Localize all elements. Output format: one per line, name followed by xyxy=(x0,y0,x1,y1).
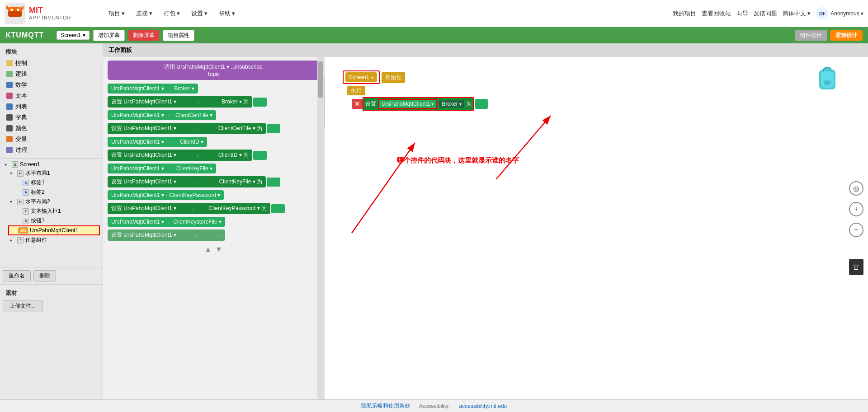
zoom-out-button[interactable]: − xyxy=(849,223,863,237)
module-math[interactable]: 数学 xyxy=(3,80,100,90)
accessibility-link[interactable]: accessibility.mit.edu xyxy=(459,403,507,409)
module-dict[interactable]: 字典 xyxy=(3,112,100,123)
module-label-color: 颜色 xyxy=(15,124,27,132)
module-procedure[interactable]: 过程 xyxy=(3,145,100,155)
tree-item-textbox1[interactable]: ▸ T 文本输入框1 xyxy=(14,206,100,216)
mqtt-icon: URS xyxy=(18,227,28,234)
tree-toggle-layout1[interactable]: ▾ xyxy=(10,171,15,176)
tree-label-button1: 按钮1 xyxy=(31,217,45,225)
screen1-icon: S xyxy=(12,161,18,168)
modules-panel: 模块 控制 逻辑 数学 文本 xyxy=(0,43,103,159)
privacy-link[interactable]: 隐私策略和使用条款 xyxy=(361,402,410,410)
tree-item-button1[interactable]: ▸ B 按钮1 xyxy=(14,216,100,225)
keypwd-get-block[interactable]: UrsPahoMqttClient1 ▾ · ClientKeyPassword… xyxy=(108,190,224,200)
sidebar: 模块 控制 逻辑 数学 文本 xyxy=(0,43,103,399)
module-color-math xyxy=(6,82,13,88)
screen1-block-highlighted[interactable]: Screen1 ▾ xyxy=(343,70,380,84)
keypwd-set-block[interactable]: 设置 UrsPahoMqttClient1 ▾ · ClientKeyPassw… xyxy=(108,203,270,214)
target-tool-button[interactable]: ◎ xyxy=(849,181,863,196)
certfile-get-block[interactable]: UrsPahoMqttClient1 ▾ · ClientCertFile ▾ xyxy=(108,110,216,120)
tree-label-label1: 标签1 xyxy=(31,179,45,187)
my-projects-link[interactable]: 我的项目 xyxy=(673,9,696,18)
certfile-set-block[interactable]: 设置 UrsPahoMqttClient1 ▾ · ClientCertFile… xyxy=(108,123,266,134)
guide-link[interactable]: 向导 xyxy=(736,9,748,18)
nav-project[interactable]: 项目 ▾ xyxy=(104,7,129,20)
broker-get-block[interactable]: UrsPahoMqttClient1 ▾ · Broker ▾ xyxy=(108,84,198,94)
logic-design-button[interactable]: 逻辑设计 xyxy=(830,30,863,41)
designer-button[interactable]: 组件设计 xyxy=(795,30,827,41)
module-text[interactable]: 文本 xyxy=(3,90,100,101)
set-block-highlighted[interactable]: 设置 UrsPahoMqttClient1 ▾ Broker ▾ 为 xyxy=(363,97,474,111)
tree-item-misc[interactable]: ▸ * 任意组件 xyxy=(8,235,100,245)
keyfile-set-block[interactable]: 设置 UrsPahoMqttClient1 ▾ · ClientKeyFile … xyxy=(108,176,266,187)
workspace: 工作面板 调用 UrsPahoMqttClient1 ▾ .Unsubscrib… xyxy=(103,43,868,399)
chevron-down-icon: ▾ xyxy=(232,10,235,17)
remove-screen-button[interactable]: 删除屏幕 xyxy=(128,30,159,41)
property-block[interactable]: Broker ▾ xyxy=(439,100,464,108)
scroll-up-arrow[interactable]: ▲ xyxy=(204,245,212,253)
clientid-get-block[interactable]: UrsPahoMqttClient1 ▾ · ClientID ▾ xyxy=(108,137,207,147)
tree-item-layout1[interactable]: ▾ H 水平布局1 xyxy=(8,169,100,178)
language-selector[interactable]: 简体中文 ▾ xyxy=(783,9,811,18)
mit-label: MIT xyxy=(29,6,71,15)
module-logic[interactable]: 逻辑 xyxy=(3,69,100,80)
label2-icon: A xyxy=(23,189,29,196)
svg-rect-10 xyxy=(821,71,834,88)
project-bar: KTUMQTT Screen1 ▾ 增加屏幕 删除屏幕 项目属性 组件设计 逻辑… xyxy=(0,27,868,43)
nav-help[interactable]: 帮助 ▾ xyxy=(214,7,240,20)
chevron-down-icon: ▾ xyxy=(122,10,125,17)
tree-label-layout2: 水平布局2 xyxy=(25,198,50,206)
x-button[interactable]: ✕ xyxy=(352,99,363,109)
block-row-broker-get: UrsPahoMqttClient1 ▾ · Broker ▾ xyxy=(108,84,319,94)
module-control[interactable]: 控制 xyxy=(3,58,100,69)
feedback-link[interactable]: 反馈问题 xyxy=(754,9,777,18)
label1-icon: A xyxy=(23,180,29,186)
nav-settings[interactable]: 设置 ▾ xyxy=(187,7,212,20)
tree-item-label1[interactable]: ▸ A 标签1 xyxy=(14,178,100,187)
tree-toggle-screen1[interactable]: ▾ xyxy=(5,162,10,167)
module-variable[interactable]: 变量 xyxy=(3,134,100,145)
tree-item-layout2[interactable]: ▾ H 水平布局2 xyxy=(8,197,100,206)
init-block[interactable]: 初始化 xyxy=(382,72,405,83)
tree-item-mqtt-client[interactable]: ▸ URS UrsPahoMqttClient1 xyxy=(8,225,100,235)
trash-button[interactable]: 🗑 xyxy=(849,259,863,275)
user-avatar: DF xyxy=(816,7,829,20)
materials-section: 素材 上传文件... xyxy=(0,284,103,315)
certfile-set-value-slot xyxy=(267,124,280,133)
module-list[interactable]: 列表 xyxy=(3,101,100,112)
broker-set-block[interactable]: 设置 UrsPahoMqttClient1 ▾ · Broker ▾ 为 xyxy=(108,96,252,108)
main-navigation: 项目 ▾ 连接 ▾ 打包 ▾ 设置 ▾ 帮助 ▾ xyxy=(104,7,240,20)
chevron-down-icon: ▾ xyxy=(204,10,208,17)
module-label-dict: 字典 xyxy=(15,113,27,122)
screen1-when-block[interactable]: Screen1 ▾ xyxy=(345,72,377,82)
clientid-set-block[interactable]: 设置 UrsPahoMqttClient1 ▾ · ClientID ▾ 为 xyxy=(108,150,252,161)
tree-item-screen1[interactable]: ▾ S Screen1 xyxy=(3,160,100,169)
unsubscribe-block[interactable]: 调用 UrsPahoMqttClient1 ▾ .Unsubscribe Top… xyxy=(108,61,319,80)
zoom-in-button[interactable]: + xyxy=(849,202,863,216)
add-screen-button[interactable]: 增加屏幕 xyxy=(93,30,125,41)
keystore-set-block[interactable]: 设置 UrsPahoMqttClient1 ▾ · ... xyxy=(108,229,225,241)
blocks-area: 调用 UrsPahoMqttClient1 ▾ .Unsubscribe Top… xyxy=(103,57,868,399)
delete-button[interactable]: 删除 xyxy=(33,270,56,281)
project-props-button[interactable]: 项目属性 xyxy=(163,30,194,41)
screen-selector[interactable]: Screen1 ▾ xyxy=(57,31,90,40)
module-color[interactable]: 颜色 xyxy=(3,123,100,134)
tree-item-label2[interactable]: ▸ A 标签2 xyxy=(14,187,100,197)
keystore-get-block[interactable]: UrsPahoMqttClient1 ▾ · ClientKeystoreFil… xyxy=(108,217,225,227)
tree-toggle-misc[interactable]: ▸ xyxy=(10,238,15,243)
chevron-down-icon: ▾ xyxy=(83,32,85,38)
block-row-keyfile-set: 设置 UrsPahoMqttClient1 ▾ · ClientKeyFile … xyxy=(108,176,319,187)
view-trash-link[interactable]: 查看回收站 xyxy=(702,9,731,18)
component-name-block-highlighted[interactable]: UrsPahoMqttClient1 ▾ xyxy=(378,99,437,109)
nav-connect[interactable]: 连接 ▾ xyxy=(132,7,157,20)
keyfile-get-block[interactable]: UrsPahoMqttClient1 ▾ · ClientKeyFile ▾ xyxy=(108,164,216,173)
upload-button[interactable]: 上传文件... xyxy=(3,300,42,312)
block-row-keystore-get: UrsPahoMqttClient1 ▾ · ClientKeystoreFil… xyxy=(108,217,319,227)
rename-button[interactable]: 重命名 xyxy=(3,270,31,281)
user-menu[interactable]: DF Anonymous ▾ xyxy=(816,7,863,20)
textbox1-icon: T xyxy=(23,208,29,215)
keypwd-set-value-slot xyxy=(271,204,285,213)
nav-build[interactable]: 打包 ▾ xyxy=(159,7,184,20)
scroll-down-arrow[interactable]: ▼ xyxy=(215,245,222,253)
tree-toggle-layout2[interactable]: ▾ xyxy=(10,199,15,204)
